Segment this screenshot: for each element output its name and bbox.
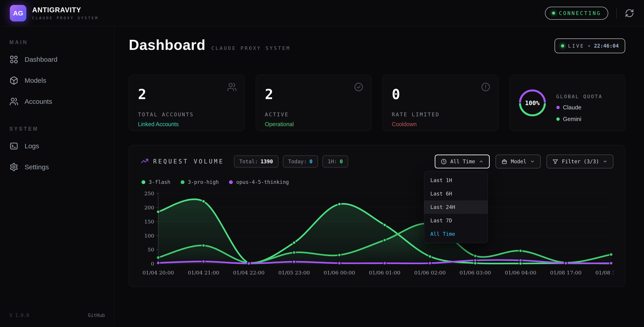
global-quota-card: 100% GLOBAL QUOTA ClaudeGemini — [510, 75, 626, 131]
status-dot-icon — [552, 12, 555, 14]
stat-card-active: 2ACTIVEOperational — [256, 75, 372, 131]
funnel-icon — [552, 158, 558, 164]
sidebar-item-models[interactable]: Models — [0, 70, 114, 91]
legend-dot-icon — [556, 106, 560, 109]
sidebar-item-label: Models — [24, 77, 46, 84]
clock-icon — [441, 158, 447, 164]
app-logo: AG — [10, 5, 26, 22]
legend-dot-icon — [142, 180, 145, 184]
stat-sublabel: Cooldown — [392, 121, 489, 128]
dropdown-item-last-7d[interactable]: Last 7D — [424, 214, 488, 227]
panel-title: REQUEST VOLUME — [153, 158, 224, 165]
dropdown-item-last-6h[interactable]: Last 6H — [424, 187, 488, 200]
funnel-icon — [552, 158, 558, 164]
chevron-down-icon — [603, 159, 608, 164]
users-icon — [227, 82, 237, 92]
x-tick-label: 01/08 17:00 — [550, 270, 582, 276]
sidebar-item-label: Logs — [24, 142, 39, 150]
quota-legend-label: Claude — [563, 104, 582, 111]
sidebar-item-dashboard[interactable]: Dashboard — [0, 49, 114, 70]
y-tick-label: 0 — [151, 261, 154, 266]
chip-label: 1H: — [328, 158, 337, 164]
chip-value: 1390 — [260, 158, 273, 164]
separator-dot — [588, 45, 590, 47]
sidebar: MAINDashboardModelsAccountsSYSTEMLogsSet… — [0, 26, 114, 327]
model-filter-button[interactable]: Model — [496, 154, 541, 168]
connection-status-badge: CONNECTING — [545, 7, 608, 20]
app-subtitle: CLAUDE PROXY SYSTEM — [32, 16, 98, 20]
quota-legend-claude: Claude — [556, 104, 603, 111]
x-tick-label: 01/06 01:00 — [369, 270, 400, 276]
x-tick-label: 01/06 04:00 — [505, 270, 536, 276]
clock-icon — [441, 158, 447, 164]
main-content: Dashboard CLAUDE PROXY SYSTEM LIVE 22:46… — [114, 26, 644, 327]
chart-legend-3-pro-high[interactable]: 3-pro-high — [181, 179, 219, 185]
sidebar-item-label: Accounts — [24, 98, 52, 105]
time-range-button[interactable]: All Time — [435, 154, 490, 168]
y-tick-label: 100 — [144, 233, 154, 239]
dropdown-item-all-time[interactable]: All Time — [424, 227, 488, 241]
refresh-button[interactable] — [625, 8, 634, 18]
dropdown-item-last-1h[interactable]: Last 1H — [424, 174, 488, 187]
app-root: AG ANTIGRAVITY CLAUDE PROXY SYSTEM CONNE… — [0, 0, 644, 327]
page-title: Dashboard — [129, 37, 206, 53]
alert-circle-icon — [481, 82, 490, 92]
chip-label: Today: — [288, 158, 307, 164]
y-tick-label: 50 — [148, 247, 154, 252]
y-tick-label: 150 — [144, 219, 154, 224]
x-tick-label: 01/04 21:00 — [188, 270, 219, 276]
x-tick-label: 01/06 00:00 — [324, 270, 355, 276]
sidebar-item-settings[interactable]: Settings — [0, 156, 114, 178]
stat-chip-today: Today:0 — [283, 156, 318, 168]
quota-label: GLOBAL QUOTA — [556, 94, 603, 99]
chevron-up-icon — [479, 159, 484, 164]
nav-section-label-main: MAIN — [10, 39, 114, 46]
stat-label: TOTAL ACCOUNTS — [138, 112, 236, 118]
sidebar-item-accounts[interactable]: Accounts — [0, 91, 114, 112]
github-link[interactable]: GitHub — [88, 313, 105, 318]
x-tick-label: 01/04 20:00 — [142, 270, 174, 276]
request-volume-panel: REQUEST VOLUME Total:1390Today:01H:0 All… — [129, 145, 625, 287]
users-icon — [10, 97, 18, 106]
page-subtitle: CLAUDE PROXY SYSTEM — [211, 46, 290, 51]
live-clock: 22:46:04 — [594, 43, 619, 49]
chart-legend-3-flash[interactable]: 3-flash — [142, 179, 170, 185]
trending-up-icon — [141, 157, 149, 166]
gear-icon — [10, 162, 18, 172]
quota-legend-gemini: Gemini — [556, 116, 603, 122]
stat-value: 2 — [265, 88, 362, 101]
terminal-icon — [10, 142, 18, 150]
chart-legend-opus-4-5-thinking[interactable]: opus-4-5-thinking — [229, 179, 289, 185]
trend-up-icon — [141, 157, 149, 165]
quota-percent: 100% — [518, 88, 547, 118]
legend-dot-icon — [556, 118, 560, 121]
check-circle-icon — [354, 82, 364, 92]
filter-button[interactable]: Filter (3/3) — [546, 154, 613, 168]
chevron-down-icon — [530, 159, 535, 164]
chevron-down-icon — [530, 159, 535, 164]
stat-label: RATE LIMITED — [392, 112, 489, 118]
refresh-icon — [625, 8, 634, 18]
check-circle-icon — [354, 82, 364, 92]
chevron-up-icon — [479, 159, 484, 164]
request-volume-chart: 05010015020025001/04 20:0001/04 21:0001/… — [141, 190, 613, 279]
x-tick-label: 01/05 23:00 — [278, 270, 310, 276]
dropdown-item-last-24h[interactable]: Last 24H — [424, 200, 488, 214]
chart-legend-label: opus-4-5-thinking — [236, 179, 289, 185]
stat-chip-1h: 1H:0 — [322, 156, 348, 168]
brand: AG ANTIGRAVITY CLAUDE PROXY SYSTEM — [10, 5, 98, 22]
sidebar-item-logs[interactable]: Logs — [0, 136, 114, 156]
stat-sublabel: Linked Accounts — [138, 121, 236, 128]
app-title: ANTIGRAVITY — [32, 6, 98, 14]
stat-label: ACTIVE — [265, 112, 362, 118]
live-status-badge: LIVE 22:46:04 — [554, 38, 625, 53]
sidebar-item-label: Settings — [24, 163, 49, 171]
users-icon — [227, 82, 237, 92]
connection-status-label: CONNECTING — [559, 10, 601, 16]
app-version: V 1.0.0 — [10, 313, 29, 318]
quota-legend-label: Gemini — [563, 116, 582, 122]
x-tick-label: 01/08 18:00 — [596, 270, 613, 276]
stat-card-total-accounts: 2TOTAL ACCOUNTSLinked Accounts — [129, 75, 245, 131]
x-tick-label: 01/06 02:00 — [414, 270, 446, 276]
sidebar-item-label: Dashboard — [24, 56, 58, 63]
